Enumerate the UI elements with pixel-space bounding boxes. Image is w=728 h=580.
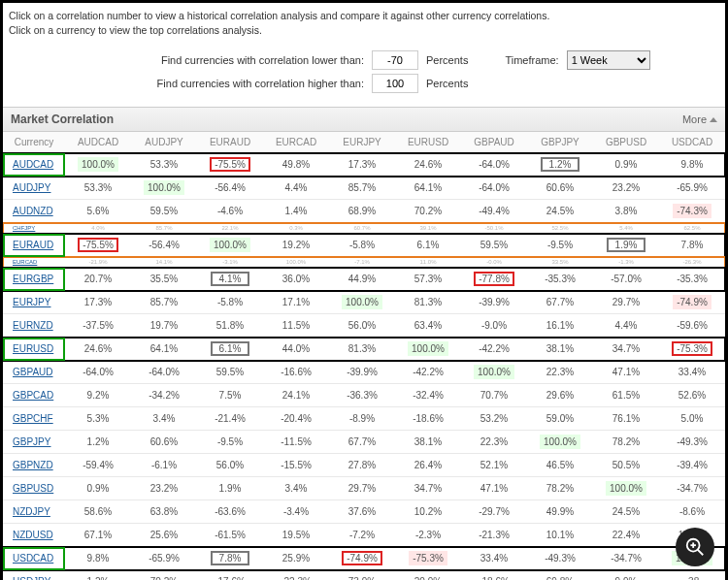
correlation-cell[interactable]: 36.0% [263, 268, 329, 291]
correlation-cell[interactable]: -17.6% [197, 570, 263, 580]
correlation-cell[interactable]: 53.2% [461, 407, 527, 431]
correlation-cell[interactable]: 85.7% [131, 223, 197, 234]
correlation-cell[interactable]: -21.9% [65, 257, 131, 268]
currency-link[interactable]: AUDNZD [3, 200, 65, 223]
correlation-cell[interactable]: 37.6% [329, 500, 395, 524]
correlation-cell[interactable]: 85.7% [131, 291, 197, 314]
correlation-cell[interactable]: -39.9% [461, 291, 527, 314]
correlation-cell[interactable]: 58.6% [65, 500, 131, 524]
correlation-cell[interactable]: 4.4% [263, 177, 329, 200]
correlation-cell[interactable]: 3.4% [263, 477, 329, 500]
currency-link[interactable]: GBPNZD [3, 454, 65, 477]
correlation-cell[interactable]: 1.9% [197, 477, 263, 500]
correlation-cell[interactable]: 24.6% [395, 153, 461, 177]
correlation-cell[interactable]: -1.3% [593, 257, 659, 268]
correlation-cell[interactable]: 38.1% [395, 431, 461, 454]
correlation-cell[interactable]: 11.0% [395, 257, 461, 268]
correlation-cell[interactable]: -34.7% [659, 477, 725, 500]
correlation-cell[interactable]: -18.6% [461, 570, 527, 580]
correlation-cell[interactable]: 70.2% [131, 570, 197, 580]
correlation-cell[interactable]: 63.4% [395, 314, 461, 338]
correlation-cell[interactable]: -9.0% [461, 314, 527, 338]
correlation-cell[interactable]: -29.7% [461, 500, 527, 524]
correlation-cell[interactable]: 52.6% [659, 384, 725, 407]
correlation-cell[interactable]: 34.7% [593, 338, 659, 361]
correlation-cell[interactable]: 20.7% [65, 268, 131, 291]
correlation-cell[interactable]: 81.3% [395, 291, 461, 314]
correlation-cell[interactable]: -74.3% [659, 200, 725, 223]
correlation-cell[interactable]: 53.3% [65, 177, 131, 200]
correlation-cell[interactable]: 51.8% [197, 314, 263, 338]
correlation-cell[interactable]: 20.9% [395, 570, 461, 580]
currency-link[interactable]: USDCAD [3, 547, 65, 570]
correlation-cell[interactable]: -49.3% [659, 431, 725, 454]
correlation-cell[interactable]: 25.9% [263, 547, 329, 570]
currency-link[interactable]: CHFJPY [3, 223, 65, 234]
correlation-cell[interactable]: 1.2% [527, 153, 593, 177]
correlation-cell[interactable]: 100.0% [461, 361, 527, 384]
currency-link[interactable]: EURNZD [3, 314, 65, 338]
correlation-cell[interactable]: 7.5% [197, 384, 263, 407]
correlation-cell[interactable]: 49.9% [527, 500, 593, 524]
correlation-cell[interactable]: 47.1% [461, 477, 527, 500]
correlation-cell[interactable]: -16.6% [263, 361, 329, 384]
correlation-cell[interactable]: -15.5% [263, 454, 329, 477]
correlation-cell[interactable]: -5.8% [329, 234, 395, 257]
more-button[interactable]: More [682, 113, 717, 125]
currency-link[interactable]: GBPCAD [3, 384, 65, 407]
correlation-cell[interactable]: 100.0% [197, 234, 263, 257]
correlation-cell[interactable]: -22.3% [263, 570, 329, 580]
correlation-cell[interactable]: 100.0% [593, 477, 659, 500]
correlation-cell[interactable]: -77.8% [461, 268, 527, 291]
correlation-cell[interactable]: -21.4% [197, 407, 263, 431]
correlation-cell[interactable]: 4.1% [197, 268, 263, 291]
correlation-cell[interactable]: 11.5% [263, 314, 329, 338]
correlation-cell[interactable]: 22.1% [197, 223, 263, 234]
correlation-cell[interactable]: 24.1% [263, 384, 329, 407]
correlation-cell[interactable]: 22.4% [593, 524, 659, 547]
correlation-cell[interactable]: -9.5% [527, 234, 593, 257]
correlation-cell[interactable]: 24.5% [527, 200, 593, 223]
correlation-cell[interactable]: 44.9% [329, 268, 395, 291]
correlation-cell[interactable]: 81.3% [329, 338, 395, 361]
correlation-cell[interactable]: 46.5% [527, 454, 593, 477]
correlation-cell[interactable]: 33.4% [461, 547, 527, 570]
correlation-cell[interactable]: -5.8% [197, 291, 263, 314]
correlation-cell[interactable]: 52.1% [461, 454, 527, 477]
correlation-cell[interactable]: -35.3% [659, 268, 725, 291]
correlation-cell[interactable]: 9.2% [65, 384, 131, 407]
correlation-cell[interactable]: 4.4% [593, 314, 659, 338]
correlation-cell[interactable]: 6.1% [197, 338, 263, 361]
correlation-cell[interactable]: 5.6% [65, 200, 131, 223]
correlation-cell[interactable]: 5.4% [593, 223, 659, 234]
correlation-cell[interactable]: -35.3% [527, 268, 593, 291]
correlation-cell[interactable]: 56.0% [329, 314, 395, 338]
correlation-cell[interactable]: -75.3% [659, 338, 725, 361]
correlation-cell[interactable]: -56.4% [131, 234, 197, 257]
correlation-cell[interactable]: 100.0% [395, 338, 461, 361]
correlation-cell[interactable]: 33.5% [527, 257, 593, 268]
correlation-cell[interactable]: 24.5% [593, 500, 659, 524]
correlation-cell[interactable]: 3.8% [593, 200, 659, 223]
correlation-cell[interactable]: -3.1% [197, 257, 263, 268]
correlation-cell[interactable]: 23.2% [131, 477, 197, 500]
correlation-cell[interactable]: -39.9% [329, 361, 395, 384]
correlation-cell[interactable]: -3.4% [263, 500, 329, 524]
correlation-cell[interactable]: 39.1% [395, 223, 461, 234]
correlation-cell[interactable]: 76.1% [593, 407, 659, 431]
currency-link[interactable]: EURJPY [3, 291, 65, 314]
correlation-cell[interactable]: -20.4% [263, 407, 329, 431]
correlation-cell[interactable]: -64.0% [461, 153, 527, 177]
correlation-cell[interactable]: 59.0% [527, 407, 593, 431]
currency-link[interactable]: EURGBP [3, 268, 65, 291]
correlation-cell[interactable]: 100.0% [263, 257, 329, 268]
correlation-cell[interactable]: -50.1% [461, 223, 527, 234]
correlation-cell[interactable]: 49.8% [263, 153, 329, 177]
correlation-cell[interactable]: 17.3% [65, 291, 131, 314]
correlation-cell[interactable]: 61.5% [593, 384, 659, 407]
correlation-cell[interactable]: 0.3% [263, 223, 329, 234]
correlation-cell[interactable]: 1.2% [65, 431, 131, 454]
correlation-cell[interactable]: 62.5% [659, 223, 725, 234]
correlation-cell[interactable]: -6.1% [131, 454, 197, 477]
correlation-cell[interactable]: 17.1% [263, 291, 329, 314]
